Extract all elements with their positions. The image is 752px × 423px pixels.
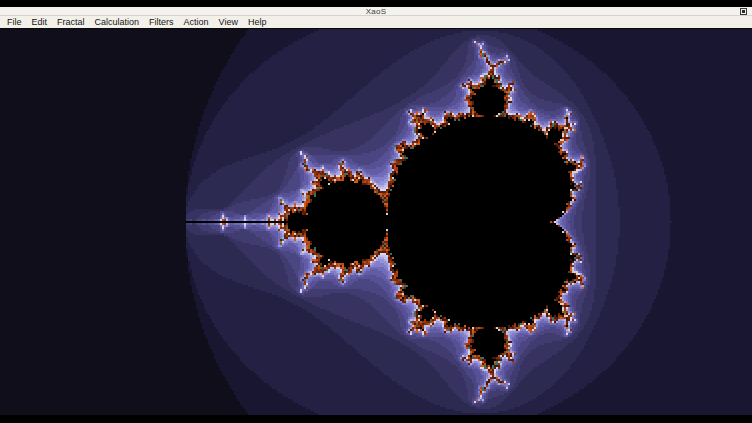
menu-edit[interactable]: Edit	[27, 16, 53, 28]
menu-view[interactable]: View	[214, 16, 243, 28]
menu-help[interactable]: Help	[243, 16, 272, 28]
menu-calculation[interactable]: Calculation	[90, 16, 145, 28]
window-titlebar[interactable]: XaoS	[0, 7, 752, 16]
window-title: XaoS	[0, 7, 752, 16]
menu-filters[interactable]: Filters	[144, 16, 179, 28]
fractal-canvas[interactable]	[0, 29, 752, 415]
menu-fractal[interactable]: Fractal	[52, 16, 90, 28]
desktop-top-strip	[0, 0, 752, 7]
desktop-bottom-strip	[0, 415, 752, 423]
close-icon	[742, 10, 745, 13]
close-button[interactable]	[740, 8, 747, 15]
menubar: File Edit Fractal Calculation Filters Ac…	[0, 16, 752, 29]
menu-action[interactable]: Action	[179, 16, 214, 28]
menu-file[interactable]: File	[2, 16, 27, 28]
